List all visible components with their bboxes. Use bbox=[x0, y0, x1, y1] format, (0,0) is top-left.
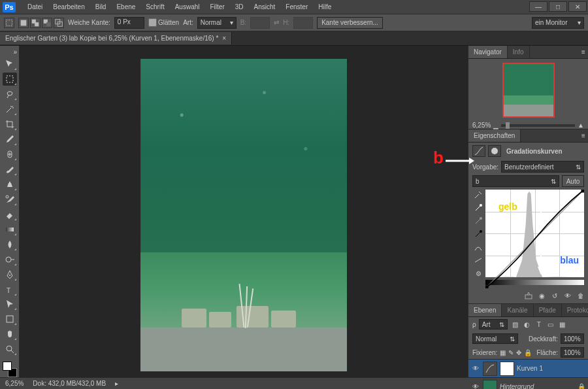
lock-all-icon[interactable]: 🔒 bbox=[524, 349, 532, 356]
toggle-visibility-icon[interactable]: 👁 bbox=[562, 290, 574, 301]
visibility-icon[interactable]: 👁 bbox=[471, 364, 480, 373]
navigator-zoom-value[interactable]: 6,25% bbox=[472, 122, 491, 129]
navigator-body[interactable] bbox=[468, 59, 588, 122]
opacity-input[interactable]: 100% bbox=[561, 333, 584, 344]
collapse-toolbox-icon[interactable]: » bbox=[0, 48, 19, 56]
on-image-adjust-icon[interactable] bbox=[473, 190, 483, 200]
lock-position-icon[interactable]: ✥ bbox=[516, 349, 521, 356]
move-tool[interactable] bbox=[3, 58, 17, 71]
tool-preset-icon[interactable] bbox=[4, 18, 14, 28]
layers-tab[interactable]: Ebenen bbox=[468, 304, 502, 316]
reset-icon[interactable]: ↺ bbox=[549, 290, 561, 301]
menu-filter[interactable]: Filter bbox=[205, 1, 230, 13]
sample-black-icon[interactable] bbox=[473, 229, 483, 239]
close-tab-icon[interactable]: × bbox=[222, 35, 226, 42]
filter-pixel-icon[interactable]: ▧ bbox=[510, 320, 521, 329]
status-menu-icon[interactable]: ▸ bbox=[115, 380, 118, 387]
document-tab[interactable]: Englischer Garten (3) lab Kopie bei 6,25… bbox=[0, 32, 232, 44]
refine-edge-button[interactable]: Kante verbessern... bbox=[317, 17, 383, 29]
zoom-in-icon[interactable]: ▲ bbox=[578, 122, 584, 129]
maximize-button[interactable]: □ bbox=[549, 1, 567, 12]
lasso-tool[interactable] bbox=[3, 88, 17, 101]
filter-shape-icon[interactable]: ▭ bbox=[546, 320, 556, 329]
intersect-selection-icon[interactable] bbox=[54, 18, 64, 28]
curves-graph[interactable]: gelb blau bbox=[485, 190, 584, 277]
layer-name[interactable]: Kurven 1 bbox=[517, 365, 543, 372]
lock-transparency-icon[interactable]: ▦ bbox=[500, 349, 506, 356]
add-selection-icon[interactable] bbox=[30, 18, 41, 28]
clone-stamp-tool[interactable] bbox=[3, 178, 17, 191]
filter-type-icon[interactable]: T bbox=[534, 320, 544, 329]
document-canvas[interactable] bbox=[140, 59, 347, 371]
layer-row-background[interactable]: 👁 Hintergrund 🔒 bbox=[468, 378, 588, 389]
zoom-tool[interactable] bbox=[3, 343, 17, 356]
healing-brush-tool[interactable] bbox=[3, 148, 17, 161]
menu-3d[interactable]: 3D bbox=[230, 1, 249, 13]
menu-image[interactable]: Bild bbox=[90, 1, 112, 13]
feather-input[interactable]: 0 Px bbox=[114, 17, 144, 29]
menu-edit[interactable]: Bearbeiten bbox=[48, 1, 90, 13]
properties-tab[interactable]: Eigenschaften bbox=[468, 129, 521, 142]
shape-tool[interactable] bbox=[3, 313, 17, 326]
channels-tab[interactable]: Kanäle bbox=[502, 304, 533, 316]
menu-select[interactable]: Auswahl bbox=[170, 1, 205, 13]
antialias-checkbox[interactable] bbox=[148, 18, 157, 27]
curves-adjust-icon[interactable] bbox=[472, 145, 485, 157]
sample-white-icon[interactable] bbox=[473, 203, 483, 213]
preset-select[interactable]: Benutzerdefiniert⇅ bbox=[501, 161, 584, 173]
crop-tool[interactable] bbox=[3, 118, 17, 131]
filter-adjust-icon[interactable]: ◐ bbox=[522, 320, 532, 329]
auto-button[interactable]: Auto bbox=[562, 175, 584, 187]
canvas-area[interactable] bbox=[20, 46, 468, 377]
path-selection-tool[interactable] bbox=[3, 298, 17, 311]
subtract-selection-icon[interactable] bbox=[42, 18, 52, 28]
layer-name[interactable]: Hintergrund bbox=[500, 383, 534, 389]
draw-curve-icon[interactable] bbox=[473, 255, 483, 265]
delete-adjustment-icon[interactable]: 🗑 bbox=[575, 290, 587, 301]
mask-icon[interactable] bbox=[488, 145, 501, 157]
layer-row-curves[interactable]: 👁 Kurven 1 bbox=[468, 360, 588, 378]
marquee-tool[interactable] bbox=[3, 73, 17, 86]
brush-tool[interactable] bbox=[3, 163, 17, 176]
hand-tool[interactable] bbox=[3, 328, 17, 341]
view-previous-icon[interactable]: ◉ bbox=[536, 290, 547, 301]
blur-tool[interactable] bbox=[3, 238, 17, 251]
monitor-select[interactable]: ein Monitor▾ bbox=[532, 17, 584, 29]
menu-layer[interactable]: Ebene bbox=[111, 1, 140, 13]
menu-file[interactable]: Datei bbox=[22, 1, 48, 13]
filter-smart-icon[interactable]: ▦ bbox=[557, 320, 568, 329]
paths-tab[interactable]: Pfade bbox=[534, 304, 562, 316]
menu-window[interactable]: Fenster bbox=[280, 1, 313, 13]
menu-view[interactable]: Ansicht bbox=[249, 1, 281, 13]
channel-select[interactable]: b⇅ bbox=[472, 175, 559, 187]
visibility-icon[interactable]: 👁 bbox=[471, 382, 480, 390]
lock-pixels-icon[interactable]: ✎ bbox=[508, 349, 514, 356]
sample-gray-icon[interactable] bbox=[473, 216, 483, 226]
status-zoom[interactable]: 6,25% bbox=[5, 380, 24, 387]
blend-mode-select[interactable]: Normal⇅ bbox=[472, 333, 518, 344]
gradient-tool[interactable] bbox=[3, 223, 17, 236]
clip-to-layer-icon[interactable] bbox=[523, 290, 534, 301]
info-tab[interactable]: Info bbox=[508, 46, 530, 58]
new-selection-icon[interactable] bbox=[18, 18, 29, 28]
layer-mask-thumb[interactable] bbox=[500, 362, 514, 376]
eraser-tool[interactable] bbox=[3, 208, 17, 221]
curve-options-icon[interactable]: ⚙ bbox=[473, 268, 483, 279]
edit-points-icon[interactable] bbox=[473, 242, 483, 252]
status-doc-info[interactable]: Dok: 432,0 MB/432,0 MB bbox=[33, 380, 106, 387]
pen-tool[interactable] bbox=[3, 268, 17, 281]
style-select[interactable]: Normal▾ bbox=[197, 17, 237, 29]
background-layer-thumb[interactable] bbox=[483, 380, 497, 390]
navigator-tab[interactable]: Navigator bbox=[468, 46, 508, 58]
navigator-panel-menu-icon[interactable]: ≡ bbox=[579, 46, 588, 58]
type-tool[interactable]: T bbox=[3, 283, 17, 296]
history-tab[interactable]: Protokoll bbox=[562, 304, 588, 316]
menu-help[interactable]: Hilfe bbox=[313, 1, 336, 13]
color-swatches[interactable] bbox=[3, 362, 17, 377]
menu-type[interactable]: Schrift bbox=[140, 1, 169, 13]
zoom-out-icon[interactable]: ▁ bbox=[493, 122, 498, 129]
fill-input[interactable]: 100% bbox=[561, 347, 584, 358]
close-button[interactable]: ✕ bbox=[568, 1, 587, 12]
navigator-zoom-slider[interactable] bbox=[501, 124, 575, 127]
properties-panel-menu-icon[interactable]: ≡ bbox=[579, 129, 588, 142]
